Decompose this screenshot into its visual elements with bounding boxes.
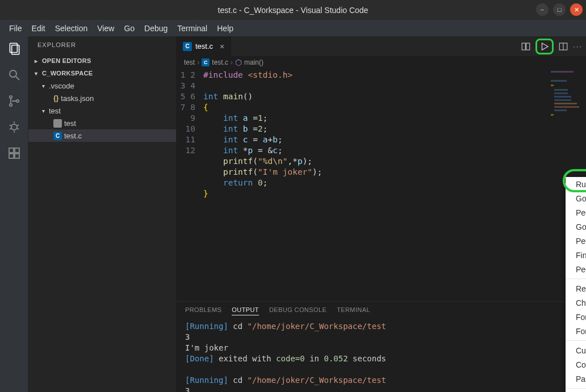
output-body[interactable]: [Running] cd "/home/joker/C_Workspace/te… bbox=[176, 319, 586, 392]
svg-rect-28 bbox=[554, 96, 571, 98]
context-menu-item[interactable]: Rename SymbolF2 bbox=[566, 281, 586, 296]
run-code-button[interactable] bbox=[535, 39, 554, 54]
panel-tab-terminal[interactable]: TERMINAL bbox=[337, 306, 370, 315]
context-menu-item[interactable]: Run CodeAlt+Ctrl+N bbox=[566, 177, 586, 191]
svg-rect-14 bbox=[9, 148, 14, 153]
svg-rect-26 bbox=[554, 89, 568, 91]
tab-label: test.c bbox=[195, 42, 213, 50]
window-controls: − □ ✕ bbox=[536, 3, 583, 16]
menu-edit[interactable]: Edit bbox=[27, 22, 50, 35]
editor-tabs: C test.c × ··· bbox=[176, 36, 586, 56]
menu-item-label: Format Document bbox=[576, 313, 586, 322]
output-run-label: [Running] bbox=[185, 322, 228, 331]
minimap[interactable] bbox=[541, 69, 586, 193]
svg-line-10 bbox=[17, 125, 19, 126]
editor-actions: ··· bbox=[521, 39, 583, 54]
context-menu-item[interactable]: Go to Declaration bbox=[566, 220, 586, 234]
context-menu-item[interactable]: PasteCtrl+V bbox=[566, 372, 586, 386]
context-menu-item[interactable]: Format Document With... bbox=[566, 324, 586, 338]
output-done-label: [Done] bbox=[185, 354, 214, 363]
chevron-right-icon: › bbox=[231, 58, 233, 66]
tree-label: tasks.json bbox=[61, 94, 94, 103]
code-content[interactable]: #include <stdio.h> int main() { int a =1… bbox=[203, 69, 323, 301]
minimize-button[interactable]: − bbox=[536, 3, 549, 16]
split-editor-icon[interactable] bbox=[558, 41, 568, 52]
panel-tab-problems[interactable]: PROBLEMS bbox=[185, 306, 221, 315]
editor-area: C test.c × ··· test › C test.c bbox=[176, 36, 586, 392]
more-icon[interactable]: ··· bbox=[573, 42, 583, 50]
tree-label: .vscode bbox=[49, 82, 74, 90]
panel-tab-output[interactable]: OUTPUT bbox=[232, 306, 259, 315]
svg-point-4 bbox=[9, 96, 11, 98]
folder-test[interactable]: ▾ test bbox=[28, 104, 176, 117]
svg-rect-23 bbox=[551, 71, 574, 73]
context-menu-item[interactable]: Find All ReferencesAlt+Shift+F12 bbox=[566, 248, 586, 262]
chevron-down-icon: ▾ bbox=[33, 70, 40, 77]
menu-item-label: Format Document With... bbox=[576, 327, 586, 336]
explorer-icon[interactable] bbox=[6, 41, 22, 57]
maximize-button[interactable]: □ bbox=[553, 3, 566, 16]
compare-icon[interactable] bbox=[521, 41, 531, 52]
svg-rect-30 bbox=[554, 103, 577, 104]
json-icon: {} bbox=[53, 94, 58, 102]
output-text: 3 bbox=[185, 386, 190, 392]
svg-rect-29 bbox=[554, 99, 571, 101]
menu-item-label: Cut bbox=[576, 346, 586, 355]
panel-tab-debug-console[interactable]: DEBUG CONSOLE bbox=[269, 306, 327, 315]
breadcrumb-symbol: main() bbox=[244, 58, 263, 66]
context-menu-item[interactable]: Peek DefinitionCtrl+Shift+F10 bbox=[566, 205, 586, 220]
chevron-right-icon: ▸ bbox=[33, 58, 40, 64]
output-text: cd bbox=[228, 376, 248, 385]
bottom-panel: PROBLEMS OUTPUT DEBUG CONSOLE TERMINAL [… bbox=[176, 301, 586, 392]
output-text: I'm joker bbox=[185, 343, 228, 352]
context-menu-item[interactable]: Format DocumentCtrl+Shift+I bbox=[566, 310, 586, 324]
open-editors-section[interactable]: ▸ OPEN EDITORS bbox=[28, 54, 176, 67]
breadcrumbs[interactable]: test › C test.c › ⬡ main() bbox=[176, 56, 586, 69]
extensions-icon[interactable] bbox=[6, 145, 22, 161]
context-menu-item[interactable]: CutCtrl+X bbox=[566, 343, 586, 357]
svg-rect-17 bbox=[15, 154, 19, 158]
context-menu-item[interactable]: Peek ReferencesShift+F12 bbox=[566, 262, 586, 276]
panel-tabs: PROBLEMS OUTPUT DEBUG CONSOLE TERMINAL bbox=[176, 302, 586, 319]
menu-separator bbox=[566, 279, 586, 279]
menu-item-label: Peek References bbox=[576, 265, 586, 274]
debug-icon[interactable] bbox=[6, 119, 22, 135]
close-tab-icon[interactable]: × bbox=[220, 42, 224, 51]
code-editor[interactable]: 1 2 3 4 5 6 7 8 9 10 11 12 #include <std… bbox=[176, 69, 586, 301]
context-menu-item[interactable]: CopyCtrl+C bbox=[566, 357, 586, 372]
menu-file[interactable]: File bbox=[5, 22, 27, 35]
output-text: exited with bbox=[214, 354, 277, 363]
symbol-icon: ⬡ bbox=[235, 58, 242, 67]
file-test-exec[interactable]: test bbox=[28, 117, 176, 129]
tab-test-c[interactable]: C test.c × bbox=[176, 36, 231, 56]
workspace-section[interactable]: ▾ C_WORKSPACE bbox=[28, 67, 176, 79]
svg-rect-16 bbox=[9, 154, 14, 158]
output-seconds: 0.052 bbox=[324, 354, 348, 363]
search-icon[interactable] bbox=[6, 67, 22, 83]
context-menu-item[interactable]: Change All OccurrencesCtrl+F2 bbox=[566, 296, 586, 310]
output-text: cd bbox=[228, 322, 248, 331]
close-button[interactable]: ✕ bbox=[570, 3, 583, 16]
output-text: seconds bbox=[348, 354, 386, 363]
file-test-c[interactable]: C test.c bbox=[28, 129, 176, 142]
svg-rect-27 bbox=[554, 92, 568, 94]
file-tasks-json[interactable]: {} tasks.json bbox=[28, 92, 176, 104]
chevron-right-icon: › bbox=[197, 58, 199, 66]
menu-selection[interactable]: Selection bbox=[51, 22, 93, 35]
menu-help[interactable]: Help bbox=[212, 22, 238, 35]
menu-separator bbox=[566, 388, 586, 389]
svg-point-6 bbox=[16, 100, 18, 102]
menu-terminal[interactable]: Terminal bbox=[173, 22, 212, 35]
menu-debug[interactable]: Debug bbox=[140, 22, 172, 35]
svg-rect-32 bbox=[554, 109, 567, 111]
menu-view[interactable]: View bbox=[93, 22, 119, 35]
source-control-icon[interactable] bbox=[6, 93, 22, 109]
activity-bar bbox=[0, 36, 28, 392]
output-code: code=0 bbox=[276, 354, 305, 363]
svg-rect-19 bbox=[526, 43, 530, 50]
folder-vscode[interactable]: ▾ .vscode bbox=[28, 79, 176, 92]
context-menu-item[interactable]: Peek Declaration bbox=[566, 234, 586, 248]
menu-go[interactable]: Go bbox=[119, 22, 139, 35]
context-menu-item[interactable]: Go to DefinitionF12 bbox=[566, 191, 586, 205]
output-text: in bbox=[305, 354, 324, 363]
